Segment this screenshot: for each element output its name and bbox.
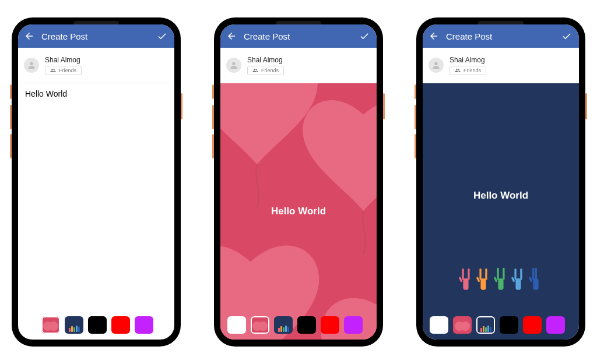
svg-rect-13 [514,268,516,280]
svg-rect-8 [498,278,503,290]
volume-up-button [212,105,214,129]
swatch-red[interactable] [523,316,542,334]
swatch-hearts[interactable] [41,316,60,334]
volume-up-button [10,105,12,129]
swatch-hands[interactable] [476,316,495,334]
author-meta: Shai Almog Friends [45,56,82,75]
phone-mock-3: Create Post Shai Almog Friends Hello Wor… [416,17,585,347]
svg-rect-12 [515,278,521,290]
appbar-title: Create Post [446,31,492,41]
audience-chip[interactable]: Friends [449,66,486,75]
svg-rect-19 [529,277,533,282]
author-name: Shai Almog [45,56,82,64]
hand-icon [475,266,491,293]
power-button [383,93,385,119]
svg-rect-4 [480,278,486,290]
background-swatches [18,316,174,334]
volume-down-button [10,134,12,158]
audience-chip[interactable]: Friends [247,66,284,75]
background-swatches [423,316,579,334]
volume-up-button [415,105,416,129]
back-icon[interactable] [429,31,439,41]
audience-label: Friends [59,68,76,73]
app-bar: Create Post [423,24,579,48]
author-row: Shai Almog Friends [423,48,579,83]
avatar [226,58,241,73]
avatar [429,58,444,73]
post-body[interactable]: Hello World [423,83,579,340]
swatch-red[interactable] [111,316,130,334]
swatch-hands[interactable] [65,316,83,334]
app-bar: Create Post [220,24,377,48]
post-text: Hello World [220,83,377,340]
swatch-hands[interactable] [274,316,293,334]
audience-label: Friends [261,68,279,73]
svg-rect-18 [535,268,537,280]
avatar [24,58,39,73]
swatch-black[interactable] [297,316,316,334]
hand-icon [528,266,544,293]
author-name: Shai Almog [247,56,284,64]
appbar-title: Create Post [244,31,290,41]
confirm-icon[interactable] [561,24,572,48]
swatch-violet[interactable] [344,316,363,334]
app-bar: Create Post [18,24,174,48]
swatch-violet[interactable] [135,316,153,334]
author-row: Shai Almog Friends [18,48,174,83]
swatch-violet[interactable] [546,316,565,334]
post-text: Hello World [423,83,579,340]
swatch-black[interactable] [88,316,107,334]
svg-rect-0 [463,278,468,290]
svg-rect-5 [479,268,481,280]
post-body[interactable]: Hello World [18,83,174,340]
svg-rect-10 [503,268,504,280]
back-icon[interactable] [226,31,237,41]
power-button [585,93,587,119]
volume-down-button [415,134,416,158]
phone-mock-2: Create Post Shai Almog Friends [214,17,383,347]
hands-illustration [423,266,579,293]
svg-rect-14 [520,268,522,280]
audience-chip[interactable]: Friends [45,66,82,75]
audience-label: Friends [463,68,481,73]
volume-down-button [212,134,214,158]
power-button [181,93,182,119]
swatch-white[interactable] [430,316,448,334]
swatch-hearts[interactable] [453,316,472,334]
phone-screen: Create Post Shai Almog Friends Hello Wor… [423,24,579,340]
svg-rect-1 [462,268,463,280]
swatch-black[interactable] [500,316,518,334]
author-meta: Shai Almog Friends [247,56,284,75]
swatch-white[interactable] [227,316,246,334]
svg-rect-2 [468,268,469,280]
swatch-red[interactable] [321,316,339,334]
post-text: Hello World [18,83,174,104]
friends-icon [50,68,56,73]
svg-rect-9 [497,268,498,280]
appbar-title: Create Post [41,31,87,41]
phone-mock-1: Create Post Shai Almog Friends Hello Wor… [12,17,181,347]
author-meta: Shai Almog Friends [449,56,486,75]
svg-rect-16 [533,278,538,290]
author-name: Shai Almog [449,56,486,64]
phone-screen: Create Post Shai Almog Friends [220,24,377,340]
svg-rect-17 [532,268,534,280]
back-icon[interactable] [24,31,34,41]
friends-icon [252,68,258,73]
hand-icon [458,266,474,293]
confirm-icon[interactable] [157,24,167,48]
svg-rect-6 [485,268,487,280]
author-row: Shai Almog Friends [220,48,377,83]
confirm-icon[interactable] [359,24,370,48]
post-body[interactable]: Hello World [220,83,377,340]
side-button [10,84,12,99]
background-swatches [220,316,377,334]
friends-icon [455,68,461,73]
hand-icon [493,266,509,293]
side-button [415,84,416,99]
hand-icon [510,266,526,293]
swatch-hearts[interactable] [251,316,269,334]
phone-screen: Create Post Shai Almog Friends Hello Wor… [18,24,174,340]
side-button [212,84,214,99]
